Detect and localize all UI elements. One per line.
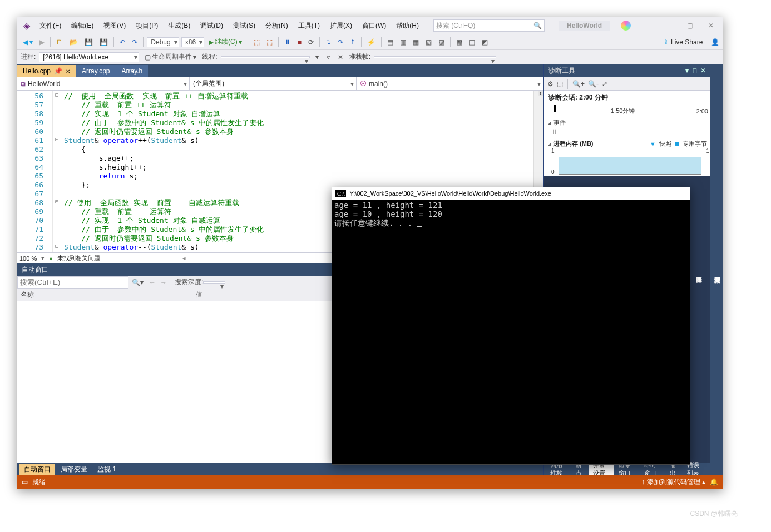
zoom-out-icon[interactable]: 🔍- (588, 80, 599, 88)
editor-tabstrip: Hello.cpp📌✕ Array.cpp Array.h (17, 64, 543, 77)
search-icon[interactable]: 🔍▾ (128, 279, 147, 286)
nav-fwd-button[interactable]: ▶ (37, 37, 47, 47)
menu-extensions[interactable]: 扩展(X) (327, 19, 355, 33)
status-rect-icon: ▭ (22, 478, 28, 486)
thread-dropdown[interactable] (221, 56, 310, 58)
close-button[interactable]: ✕ (703, 22, 719, 29)
search-depth-dropdown[interactable] (203, 281, 225, 284)
new-project-icon[interactable]: 🗋 (54, 37, 65, 47)
menu-view[interactable]: 视图(V) (100, 19, 129, 33)
account-icon[interactable]: 👤 (711, 38, 719, 46)
nav-next-icon[interactable]: → (158, 279, 169, 286)
nav-member-dropdown[interactable]: ⦿main() (357, 77, 543, 90)
stackframe-dropdown[interactable] (374, 56, 496, 58)
tab-team-explorer[interactable]: 团队资源管理器 (694, 269, 704, 275)
notifications-icon[interactable]: 🔔 (710, 478, 718, 486)
zoom-in-icon[interactable]: 🔍+ (572, 80, 585, 88)
nav-project-dropdown[interactable]: ⧉HelloWorld (17, 77, 190, 90)
diag-tb-icon-1[interactable]: ⬚ (557, 80, 563, 88)
maximize-button[interactable]: ▢ (681, 22, 698, 29)
zoom-level[interactable]: 100 % (19, 255, 37, 262)
diag-dropdown-icon[interactable]: ▾ (685, 67, 689, 74)
redo-icon[interactable]: ↷ (130, 37, 140, 47)
menu-window[interactable]: 窗口(W) (359, 19, 389, 33)
tb-icon-4[interactable]: ▤ (385, 37, 396, 47)
tb-icon-7[interactable]: ▧ (423, 37, 434, 47)
menu-test[interactable]: 测试(S) (230, 19, 259, 33)
zoom-reset-icon[interactable]: ⤢ (602, 80, 607, 88)
undo-icon[interactable]: ↶ (117, 37, 127, 47)
tb-icon-8[interactable]: ▨ (436, 37, 447, 47)
step-into-icon[interactable]: ↴ (323, 37, 333, 47)
menu-file[interactable]: 文件(F) (36, 19, 65, 33)
tb-icon-2[interactable]: ⬚ (264, 37, 275, 47)
tb-icon-10[interactable]: ◫ (467, 37, 477, 47)
menu-analyze[interactable]: 分析(N) (262, 19, 291, 33)
tab-array-h[interactable]: Array.h (116, 65, 149, 77)
diag-toolbar: ⚙ ⬚ 🔍+ 🔍- ⤢ (544, 77, 710, 91)
menu-tools[interactable]: 工具(T) (295, 19, 323, 33)
diag-ruler[interactable]: 1:50分钟 2:00 (544, 105, 710, 117)
menu-help[interactable]: 帮助(H) (393, 19, 422, 33)
stop-icon[interactable]: ■ (295, 37, 304, 47)
diag-events-section[interactable]: ◢事件 ⏸ (544, 117, 710, 138)
tab-locals[interactable]: 局部变量 (56, 464, 92, 475)
status-ready: 就绪 (32, 478, 46, 487)
tab-array-cpp[interactable]: Array.cpp (76, 65, 115, 77)
fold-column[interactable]: ⊟⊟⊟⊟⊟ (53, 91, 61, 252)
diag-memory-section[interactable]: ◢ 进程内存 (MB) ▼快照 专用字节 1 0 1 (544, 138, 710, 176)
console-title-bar[interactable]: C:\ Y:\002_WorkSpace\002_VS\HelloWorld\H… (332, 187, 690, 200)
nav-back-button[interactable]: ◀ ▾ (21, 37, 35, 47)
tb-icon-5[interactable]: ▥ (398, 37, 408, 47)
tb-icon-1[interactable]: ⬚ (251, 37, 262, 47)
tb-icon-11[interactable]: ◩ (480, 37, 490, 47)
tab-hello-cpp[interactable]: Hello.cpp📌✕ (17, 65, 76, 77)
console-icon: C:\ (335, 190, 346, 197)
process-dropdown[interactable]: [2616] HelloWorld.exe (39, 52, 139, 62)
tab-autos[interactable]: 自动窗口 (19, 464, 55, 475)
pause-icon[interactable]: ⏸ (282, 37, 293, 47)
menu-edit[interactable]: 编辑(E) (68, 19, 97, 33)
tb-icon-6[interactable]: ▦ (411, 37, 421, 47)
tab-solution-explorer[interactable]: 解决方案资源管理器 (712, 269, 723, 275)
collapse-icon[interactable]: ◢ (547, 141, 551, 147)
continue-button[interactable]: ▶ 继续(C) ▾ (206, 36, 244, 48)
menu-project[interactable]: 项目(P) (132, 19, 161, 33)
quick-search[interactable]: 搜索 (Ctrl+Q) 🔍 (433, 19, 545, 32)
save-icon[interactable]: 💾 (82, 37, 95, 47)
save-all-icon[interactable]: 💾 (97, 37, 110, 47)
platform-dropdown[interactable]: x86 (181, 37, 204, 47)
close-icon[interactable]: ✕ (66, 68, 70, 74)
config-dropdown[interactable]: Debug (147, 37, 179, 47)
tb-icon-3[interactable]: ⚡ (365, 37, 378, 47)
tb2-icon-3[interactable]: ✕ (335, 52, 345, 62)
tab-watch1[interactable]: 监视 1 (93, 464, 121, 475)
col-name[interactable]: 名称 (17, 289, 192, 301)
tb2-icon-2[interactable]: ▿ (324, 52, 332, 62)
diag-title-bar[interactable]: 诊断工具 ▾⊓✕ (544, 64, 710, 77)
minimize-button[interactable]: — (660, 22, 677, 29)
diag-title: 诊断工具 (548, 66, 575, 76)
gear-icon[interactable]: ⚙ (547, 80, 553, 88)
open-icon[interactable]: 📂 (67, 37, 80, 47)
lifecycle-icon[interactable]: ▢ 生命周期事件 ▾ (142, 51, 199, 63)
tb2-icon-1[interactable]: ▾ (313, 52, 321, 62)
split-icon[interactable]: ⬍ (538, 91, 543, 96)
menu-debug[interactable]: 调试(D) (197, 19, 226, 33)
pin-icon[interactable]: ⊓ (692, 67, 697, 74)
tb-icon-9[interactable]: ▩ (454, 37, 464, 47)
autos-search-input[interactable] (17, 276, 128, 289)
restart-icon[interactable]: ⟳ (306, 37, 316, 47)
step-over-icon[interactable]: ↷ (335, 37, 345, 47)
nav-scope-dropdown[interactable]: (全局范围) (190, 77, 357, 90)
diag-close-icon[interactable]: ✕ (700, 67, 706, 74)
hscroll-left[interactable]: ◂ (182, 255, 186, 262)
collapse-icon[interactable]: ◢ (547, 120, 551, 126)
source-control-button[interactable]: ↑ 添加到源代码管理 ▴ (641, 478, 705, 487)
step-out-icon[interactable]: ↥ (348, 37, 358, 47)
console-window[interactable]: C:\ Y:\002_WorkSpace\002_VS\HelloWorld\H… (332, 187, 690, 465)
menu-build[interactable]: 生成(B) (165, 19, 194, 33)
feedback-icon[interactable] (621, 21, 631, 31)
live-share-button[interactable]: ⇪ Live Share 👤 (663, 38, 719, 46)
nav-prev-icon[interactable]: ← (147, 279, 158, 286)
